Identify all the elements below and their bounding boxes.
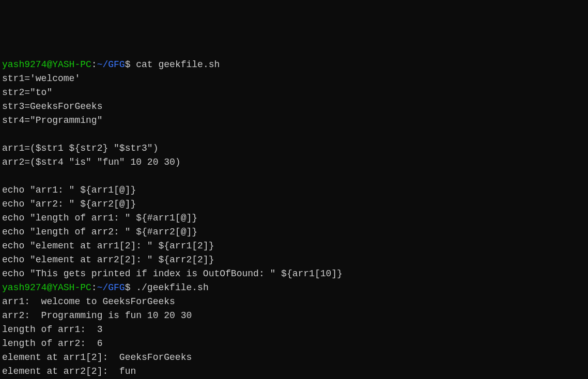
file-line: echo "element at arr2[2]: " ${arr2[2]} xyxy=(2,255,214,265)
prompt-colon: : xyxy=(91,282,97,293)
output-line: arr1: welcome to GeeksForGeeks xyxy=(2,296,175,307)
output-line: length of arr2: 6 xyxy=(2,338,102,349)
command-text: ./geekfile.sh xyxy=(130,282,208,293)
file-line: str3=GeeksForGeeks xyxy=(2,101,102,112)
file-line: arr2=($str4 "is" "fun" 10 20 30) xyxy=(2,157,181,167)
prompt-dollar: $ xyxy=(125,282,131,293)
file-line: str1='welcome' xyxy=(2,73,80,84)
prompt-path: ~/GFG xyxy=(97,59,125,70)
file-line: str2="to" xyxy=(2,87,52,98)
file-line: echo "arr1: " ${arr1[@]} xyxy=(2,185,136,195)
output-line: element at arr2[2]: fun xyxy=(2,366,136,376)
terminal[interactable]: yash9274@YASH-PC:~/GFG$ cat geekfile.sh … xyxy=(2,58,586,379)
file-line: echo "element at arr1[2]: " ${arr1[2]} xyxy=(2,241,214,251)
prompt-path: ~/GFG xyxy=(97,282,125,293)
command-text: cat geekfile.sh xyxy=(130,59,220,70)
file-line: arr1=($str1 ${str2} "$str3") xyxy=(2,143,158,153)
prompt-user: yash9274@YASH-PC xyxy=(2,282,91,293)
output-line: element at arr1[2]: GeeksForGeeks xyxy=(2,352,192,362)
prompt-colon: : xyxy=(91,59,97,70)
output-line: arr2: Programming is fun 10 20 30 xyxy=(2,310,192,321)
file-line: echo "arr2: " ${arr2[@]} xyxy=(2,199,136,209)
file-line: echo "length of arr2: " ${#arr2[@]} xyxy=(2,227,197,237)
prompt-user: yash9274@YASH-PC xyxy=(2,59,91,70)
output-line: length of arr1: 3 xyxy=(2,324,102,335)
file-line: echo "length of arr1: " ${#arr1[@]} xyxy=(2,213,197,223)
prompt-dollar: $ xyxy=(125,59,131,70)
file-line: str4="Programming" xyxy=(2,115,102,125)
file-line: echo "This gets printed if index is OutO… xyxy=(2,269,343,279)
